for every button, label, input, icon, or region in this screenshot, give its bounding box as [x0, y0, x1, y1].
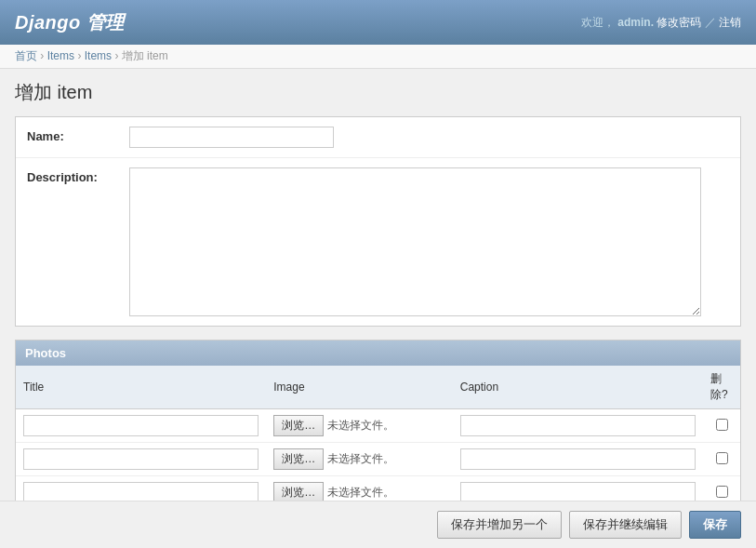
browse-button-2[interactable]: 浏览… — [273, 448, 324, 470]
breadcrumb-current: 增加 item — [122, 49, 168, 62]
delete-checkbox-1[interactable] — [716, 419, 728, 431]
name-row: Name: — [16, 117, 740, 158]
col-image: Image — [266, 366, 453, 409]
name-label: Name: — [27, 127, 129, 143]
save-and-continue-button[interactable]: 保存并继续编辑 — [569, 511, 682, 539]
divider: ／ — [705, 16, 719, 29]
table-row: 浏览… 未选择文件。 — [16, 443, 740, 476]
caption-cell-1 — [453, 409, 703, 443]
page-title: 增加 item — [15, 80, 741, 105]
no-file-text-3: 未选择文件。 — [327, 485, 394, 501]
photo-title-2[interactable] — [23, 448, 259, 470]
change-password-link[interactable]: 修改密码 — [657, 16, 701, 29]
breadcrumb: 首页 › Items › Items › 增加 item — [0, 45, 756, 69]
breadcrumb-home[interactable]: 首页 — [15, 49, 37, 62]
photos-title: Photos — [25, 346, 66, 360]
description-row: Description: — [16, 158, 740, 326]
photo-caption-2[interactable] — [460, 448, 696, 470]
photos-header: Photos — [16, 341, 740, 366]
breadcrumb-items1[interactable]: Items — [47, 49, 74, 62]
delete-checkbox-3[interactable] — [716, 486, 728, 498]
table-row: 浏览… 未选择文件。 — [16, 409, 740, 443]
save-button[interactable]: 保存 — [689, 511, 741, 539]
description-label: Description: — [27, 167, 129, 184]
browse-button-1[interactable]: 浏览… — [273, 415, 324, 436]
logout-link[interactable]: 注销 — [719, 16, 741, 29]
delete-cell-2 — [703, 443, 740, 476]
col-title: Title — [16, 366, 266, 409]
item-form: Name: Description: — [15, 116, 741, 327]
description-textarea[interactable] — [129, 167, 701, 316]
caption-cell-2 — [453, 443, 703, 476]
photo-title-1[interactable] — [23, 415, 259, 436]
image-cell-2: 浏览… 未选择文件。 — [266, 443, 453, 476]
title-cell-2 — [16, 443, 266, 476]
delete-cell-1 — [703, 409, 740, 443]
image-cell-1: 浏览… 未选择文件。 — [266, 409, 453, 443]
photo-caption-1[interactable] — [460, 415, 696, 436]
site-branding: Django 管理 — [15, 10, 125, 35]
delete-checkbox-2[interactable] — [716, 452, 728, 464]
welcome-text: 欢迎， — [581, 16, 615, 29]
no-file-text-1: 未选择文件。 — [327, 418, 394, 434]
photos-table: Title Image Caption 删除? 浏览… 未选择文件。 — [16, 366, 740, 509]
user-tools: 欢迎， admin. 修改密码 ／ 注销 — [581, 15, 741, 31]
col-delete: 删除? — [703, 366, 740, 409]
breadcrumb-items2[interactable]: Items — [85, 49, 112, 62]
name-input[interactable] — [129, 127, 334, 148]
title-cell-1 — [16, 409, 266, 443]
no-file-text-2: 未选择文件。 — [327, 451, 394, 467]
submit-row: 保存并增加另一个 保存并继续编辑 保存 — [0, 501, 756, 548]
brand-django: Django 管理 — [15, 12, 125, 33]
table-header-row: Title Image Caption 删除? — [16, 366, 740, 409]
header: Django 管理 欢迎， admin. 修改密码 ／ 注销 — [0, 0, 756, 45]
col-caption: Caption — [453, 366, 703, 409]
save-and-add-another-button[interactable]: 保存并增加另一个 — [437, 511, 562, 539]
username: admin. — [617, 16, 654, 29]
